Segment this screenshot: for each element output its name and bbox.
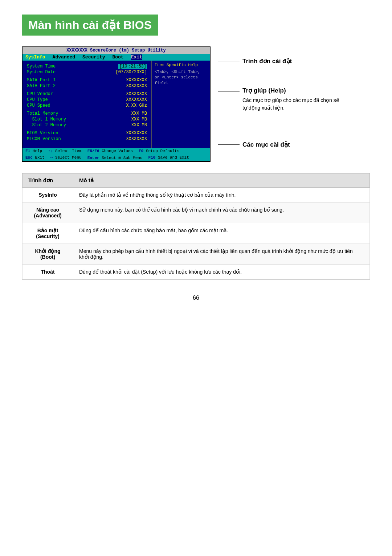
footer-f5f6: F5/F6 Change Values bbox=[87, 149, 133, 153]
annotation-trinh-don: Trình đơn cài đặt bbox=[218, 57, 344, 65]
page-title-box: Màn hình cài đặt BIOS bbox=[22, 15, 158, 36]
annotation-line-1 bbox=[218, 61, 240, 61]
bios-screen: XXXXXXXX SecureCore (tm) Setup Utility S… bbox=[22, 46, 211, 162]
annotation-label-tro-giup: Trợ giúp (Help) bbox=[242, 87, 286, 94]
bios-main-panel: System Time [10:21:53] System Date [07/3… bbox=[23, 61, 152, 148]
annotation-cac-muc: Các mục cài đặt bbox=[218, 141, 344, 148]
bios-menu-bar: SysInfo Advanced Security Boot Exit bbox=[23, 54, 210, 61]
table-cell-advanced-name: Nâng cao(Advanced) bbox=[23, 203, 73, 223]
bios-menu-security[interactable]: Security bbox=[82, 54, 105, 60]
footer-f10: F10 Save and Exit bbox=[148, 155, 189, 160]
page-title: Màn hình cài đặt BIOS bbox=[28, 18, 152, 32]
table-row: SysInfo Đây là phần mô tả về những thông… bbox=[23, 188, 370, 203]
table-cell-sysinfo-name: SysInfo bbox=[23, 188, 73, 203]
table-cell-thoat-name: Thoát bbox=[23, 265, 73, 279]
bios-row-bios-version: BIOS Version XXXXXXXX bbox=[27, 130, 147, 136]
table-cell-boot-name: Khởi động(Boot) bbox=[23, 244, 73, 265]
bios-footer: F1 Help ↑↓ Select Item F5/F6 Change Valu… bbox=[23, 148, 210, 154]
bios-menu-sysinfo[interactable]: SysInfo bbox=[25, 54, 45, 60]
table-cell-thoat-desc: Dùng để thoát khỏi cài đặt (Setup) với l… bbox=[73, 265, 370, 279]
annotation-label-cac-muc: Các mục cài đặt bbox=[242, 141, 290, 148]
table-row: Thoát Dùng để thoát khỏi cài đặt (Setup)… bbox=[23, 265, 370, 279]
annotation-tro-giup-desc: Các mục trợ giúp cho các mục đã chọn sẽ … bbox=[242, 97, 344, 112]
annotation-line-2 bbox=[218, 91, 240, 91]
bios-menu-exit[interactable]: Exit bbox=[131, 54, 142, 60]
bios-row-cpu-vendor: CPU Vendor XXXXXXXX bbox=[27, 91, 147, 97]
table-cell-advanced-desc: Sử dụng menu này, bạn có thể cấu hình cá… bbox=[73, 203, 370, 223]
page-number: 66 bbox=[22, 291, 370, 301]
bios-row-cpu-type: CPU Type XXXXXXXX bbox=[27, 97, 147, 103]
annotation-tro-giup-text: Trợ giúp (Help) Các mục trợ giúp cho các… bbox=[242, 87, 344, 112]
bios-row-slot2-memory: Slot 2 Memory XXX MB bbox=[27, 122, 147, 128]
bios-row-cpu-speed: CPU Speed X.XX GHz bbox=[27, 103, 147, 109]
bios-section: XXXXXXXX SecureCore (tm) Setup Utility S… bbox=[22, 46, 370, 162]
bios-row-slot1-memory: Slot 1 Memory XXX MB bbox=[27, 116, 147, 122]
bios-help-text: <Tab>, <Shift-Tab>, or <Enter> selects f… bbox=[155, 69, 207, 86]
table-row: Nâng cao(Advanced) Sử dụng menu này, bạn… bbox=[23, 203, 370, 223]
bios-row-system-time: System Time [10:21:53] bbox=[27, 64, 147, 69]
table-cell-security-name: Bảo mật(Security) bbox=[23, 223, 73, 244]
table-cell-security-desc: Dùng để cấu hình các chức năng bảo mật, … bbox=[73, 223, 370, 244]
footer-enter: Enter Select ⊞ Sub-Menu bbox=[87, 155, 143, 160]
bios-menu-boot[interactable]: Boot bbox=[112, 54, 123, 60]
table-cell-sysinfo-desc: Đây là phần mô tả về những thông số kỹ t… bbox=[73, 188, 370, 203]
annotation-label-trinh-don: Trình đơn cài đặt bbox=[242, 57, 292, 65]
annotation-line-3 bbox=[218, 144, 240, 145]
bios-menu-advanced[interactable]: Advanced bbox=[53, 54, 75, 60]
footer-arrows: ↑↓ Select Item bbox=[48, 149, 81, 153]
footer-esc: Esc Exit bbox=[25, 155, 45, 160]
bios-title-bar: XXXXXXXX SecureCore (tm) Setup Utility bbox=[23, 47, 210, 54]
bios-footer-2: Esc Exit ↔ Select Menu Enter Select ⊞ Su… bbox=[23, 154, 210, 161]
annotation-tro-giup: Trợ giúp (Help) Các mục trợ giúp cho các… bbox=[218, 87, 344, 112]
footer-leftright: ↔ Select Menu bbox=[50, 155, 82, 160]
table-row: Bảo mật(Security) Dùng để cấu hình các c… bbox=[23, 223, 370, 244]
table-header-row: Trình đơn Mô tả bbox=[23, 173, 370, 188]
table-header-trinh-don: Trình đơn bbox=[23, 173, 73, 188]
menu-table: Trình đơn Mô tả SysInfo Đây là phần mô t… bbox=[22, 173, 370, 280]
bios-row-sata2: SATA Port 2 XXXXXXXX bbox=[27, 83, 147, 89]
bios-help-title: Item Specific Help bbox=[155, 63, 207, 67]
bios-annotations: Trình đơn cài đặt Trợ giúp (Help) Các mụ… bbox=[218, 46, 344, 162]
bios-help-panel: Item Specific Help <Tab>, <Shift-Tab>, o… bbox=[152, 61, 210, 148]
table-header-mo-ta: Mô tả bbox=[73, 173, 370, 188]
bios-row-total-memory: Total Memory XXX MB bbox=[27, 111, 147, 116]
table-row: Khởi động(Boot) Menu này cho phép bạn cấ… bbox=[23, 244, 370, 265]
bios-content: System Time [10:21:53] System Date [07/3… bbox=[23, 61, 210, 148]
bios-row-sata1: SATA Port 1 XXXXXXXX bbox=[27, 77, 147, 83]
footer-f9: F9 Setup Defaults bbox=[139, 149, 179, 153]
bios-row-system-date: System Date [07/30/20XX] bbox=[27, 69, 147, 75]
footer-f1: F1 Help bbox=[25, 149, 42, 153]
bios-row-micom-version: MICOM Version XXXXXXXX bbox=[27, 136, 147, 142]
table-cell-boot-desc: Menu này cho phép bạn cấu hình thiết bị … bbox=[73, 244, 370, 265]
